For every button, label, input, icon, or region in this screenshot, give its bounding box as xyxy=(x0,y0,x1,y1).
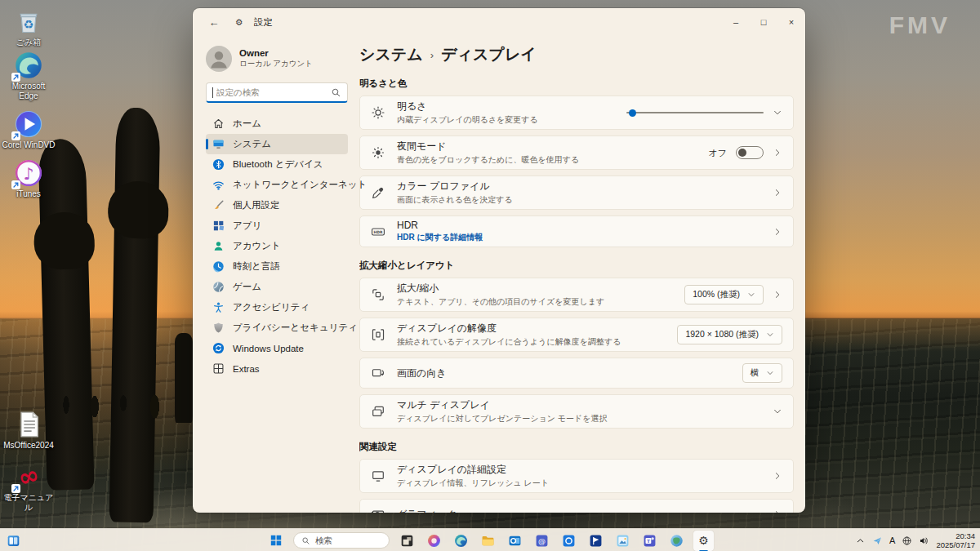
taskbar-button-movies-app[interactable] xyxy=(586,531,606,551)
desktop-icon-corel-windvd[interactable]: Corel WinDVD xyxy=(2,109,56,150)
maximize-button[interactable]: □ xyxy=(750,8,777,36)
chevron-down-icon xyxy=(766,369,774,377)
sidebar-item-extras[interactable]: Extras xyxy=(206,358,348,379)
chevron-down-icon xyxy=(766,331,774,339)
taskbar-button-globe-app[interactable] xyxy=(666,531,687,551)
taskbar-button-settings[interactable] xyxy=(693,531,714,551)
section-title: 拡大縮小とレイアウト xyxy=(359,260,794,272)
network-globe-icon[interactable] xyxy=(902,535,912,546)
chevron-right-icon xyxy=(773,148,782,158)
settings-row-advanced-display[interactable]: ディスプレイの詳細設定 ディスプレイ情報、リフレッシュ レート xyxy=(359,459,794,493)
brightness-slider[interactable] xyxy=(626,109,764,117)
chevron-right-icon xyxy=(773,471,782,481)
sidebar-item-accounts[interactable]: アカウント xyxy=(206,236,348,256)
card-list: 拡大/縮小 テキスト、アプリ、その他の項目のサイズを変更します 100% (推奨… xyxy=(359,278,794,429)
scale-dropdown[interactable]: 100% (推奨) xyxy=(684,285,764,304)
sidebar-item-accessibility[interactable]: アクセシビリティ xyxy=(206,297,348,318)
row-subtitle[interactable]: HDR に関する詳細情報 xyxy=(397,232,761,243)
tray-date: 2025/07/17 xyxy=(936,540,975,549)
widgets-button[interactable] xyxy=(4,531,22,549)
settings-row-graphics[interactable]: グラフィック xyxy=(359,499,794,513)
edge-icon xyxy=(454,534,468,548)
settings-row-multi-display[interactable]: マルチ ディスプレイ ディスプレイに対してプレゼンテーション モードを選択 xyxy=(359,394,794,429)
desktop-icon-denshi-manual[interactable]: 電子マニュアル xyxy=(2,462,56,512)
sidebar-item-apps[interactable]: アプリ xyxy=(206,216,348,236)
copilot-icon xyxy=(427,534,441,548)
advanced-display-icon xyxy=(371,469,385,483)
wooden-stump xyxy=(175,333,193,423)
settings-sidebar: Owner ローカル アカウント ホームシステムBluetooth とデバイスネ… xyxy=(193,36,359,513)
sidebar-item-gaming[interactable]: ゲーム xyxy=(206,277,348,297)
desktop-icon-microsoft-edge[interactable]: Microsoft Edge xyxy=(2,51,56,100)
close-button[interactable]: × xyxy=(777,8,805,36)
settings-row-orientation[interactable]: 画面の向き 横 xyxy=(359,358,794,389)
speaker-icon[interactable] xyxy=(919,535,929,546)
settings-search[interactable] xyxy=(206,82,348,103)
send-icon[interactable] xyxy=(872,535,883,546)
fmv-brand-logo: FMV xyxy=(889,11,951,39)
time-language-icon xyxy=(212,260,225,273)
chevron-right-icon xyxy=(773,290,782,300)
slider-track xyxy=(626,112,764,113)
account-row[interactable]: Owner ローカル アカウント xyxy=(206,46,348,72)
breadcrumb-separator-icon: › xyxy=(430,49,434,61)
start-button[interactable] xyxy=(266,531,286,550)
row-title: 夜間モード xyxy=(397,140,697,153)
taskbar-button-task-view[interactable] xyxy=(397,531,417,551)
desktop-icon-label: MsOffice2024 xyxy=(3,441,54,451)
settings-search-input[interactable] xyxy=(216,87,327,97)
settings-row-scale[interactable]: 拡大/縮小 テキスト、アプリ、その他の項目のサイズを変更します 100% (推奨… xyxy=(359,278,794,312)
taskbar-button-blue-ring-app[interactable] xyxy=(559,531,579,551)
windows-update-icon xyxy=(212,342,225,354)
sidebar-item-system[interactable]: システム xyxy=(206,134,348,154)
sidebar-item-time-language[interactable]: 時刻と言語 xyxy=(206,256,348,277)
taskbar-button-mail[interactable] xyxy=(532,531,552,551)
taskbar-button-photos-app[interactable] xyxy=(612,531,633,551)
night-mode-toggle[interactable] xyxy=(736,146,764,159)
settings-row-color-profile[interactable]: カラー プロファイル 画面に表示される色を決定する xyxy=(359,176,794,210)
hidden-icons-chevron-icon[interactable] xyxy=(855,535,866,546)
sidebar-item-windows-update[interactable]: Windows Update xyxy=(206,338,348,358)
mail-icon xyxy=(535,534,549,548)
row-title: 明るさ xyxy=(397,100,615,113)
sidebar-item-label: Bluetooth とデバイス xyxy=(233,158,323,171)
sidebar-item-bluetooth-devices[interactable]: Bluetooth とデバイス xyxy=(206,154,348,175)
taskbar-search-input[interactable] xyxy=(315,535,381,545)
wooden-post xyxy=(109,108,161,523)
titlebar[interactable]: ← 設定 – □ × xyxy=(193,8,805,36)
row-subtitle: ディスプレイに対してプレゼンテーション モードを選択 xyxy=(397,413,761,424)
settings-row-resolution[interactable]: ディスプレイの解像度 接続されているディスプレイに合うように解像度を調整する 1… xyxy=(359,318,794,352)
taskbar-button-teams[interactable] xyxy=(639,531,660,551)
sidebar-item-label: システム xyxy=(233,138,271,150)
sidebar-item-personalization[interactable]: 個人用設定 xyxy=(206,195,348,216)
taskbar-button-copilot[interactable] xyxy=(424,531,444,551)
desktop-icon-recycle-bin[interactable]: ごみ箱 xyxy=(2,7,56,47)
sidebar-item-network-internet[interactable]: ネットワークとインターネット xyxy=(206,175,348,195)
sidebar-item-home[interactable]: ホーム xyxy=(206,113,348,134)
account-type: ローカル アカウント xyxy=(239,59,313,69)
settings-row-hdr[interactable]: HDR HDR に関する詳細情報 xyxy=(359,216,794,247)
settings-row-night-mode[interactable]: 夜間モード 青色の光をブロックするために、暖色を使用する オフ xyxy=(359,136,794,170)
desktop-icon-msoffice2024[interactable]: MsOffice2024 xyxy=(2,410,56,451)
ime-mode-indicator[interactable]: A xyxy=(889,535,895,545)
taskbar-button-edge[interactable] xyxy=(451,531,471,551)
back-button[interactable]: ← xyxy=(204,16,224,29)
resolution-dropdown[interactable]: 1920 × 1080 (推奨) xyxy=(677,325,782,344)
taskbar-search[interactable] xyxy=(293,532,390,549)
desktop-icon-itunes[interactable]: iTunes xyxy=(2,158,56,199)
row-title: HDR xyxy=(397,220,761,231)
row-title: ディスプレイの解像度 xyxy=(397,322,666,335)
window-title: 設定 xyxy=(254,16,273,29)
orientation-dropdown[interactable]: 横 xyxy=(742,363,783,383)
slider-knob[interactable] xyxy=(629,109,636,117)
taskbar-button-file-explorer[interactable] xyxy=(478,531,498,551)
sidebar-item-privacy-security[interactable]: プライバシーとセキュリティ xyxy=(206,318,348,338)
minimize-button[interactable]: – xyxy=(722,8,750,36)
sidebar-item-label: プライバシーとセキュリティ xyxy=(233,322,358,334)
extras-icon xyxy=(212,362,225,375)
tray-time: 20:34 xyxy=(936,531,975,540)
settings-row-brightness[interactable]: 明るさ 内蔵ディスプレイの明るさを変更する xyxy=(359,96,794,130)
breadcrumb-parent[interactable]: システム xyxy=(359,44,423,65)
clock[interactable]: 20:34 2025/07/17 xyxy=(936,531,975,550)
taskbar-button-outlook[interactable] xyxy=(505,531,525,551)
